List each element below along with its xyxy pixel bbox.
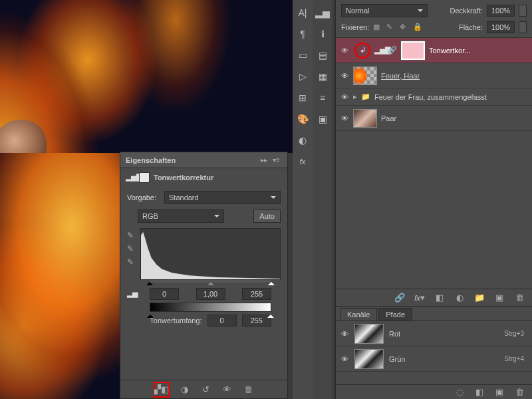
canvas-viewport-lower[interactable]	[0, 153, 120, 399]
input-gamma-handle[interactable]	[207, 279, 214, 285]
visibility-toggle[interactable]: 👁	[340, 114, 349, 122]
clip-to-layer-button[interactable]: ▞◧	[156, 384, 168, 396]
type-tool-icon[interactable]: A|	[295, 5, 310, 20]
channel-thumb[interactable]	[354, 349, 384, 369]
input-gamma-field[interactable]: 1,00	[196, 288, 225, 300]
layer-name[interactable]: Paar	[381, 114, 528, 122]
load-selection-button[interactable]: ◌	[454, 386, 466, 398]
new-group-button[interactable]: 📁	[473, 292, 485, 304]
layer-row[interactable]: 👁 ↲ ▂▅▇ 🔗 Tonwertkor...	[336, 38, 532, 63]
lock-pixels-icon[interactable]: ✎	[386, 23, 396, 32]
mask-thumb-icon[interactable]	[139, 172, 150, 183]
palette-icon[interactable]: 🎨	[295, 112, 310, 126]
fx-icon[interactable]: fx	[295, 154, 310, 169]
layer-mask-thumb[interactable]	[401, 41, 425, 60]
input-white-field[interactable]: 255	[242, 288, 271, 300]
output-gradient[interactable]	[150, 303, 271, 312]
lock-transparent-icon[interactable]: ▩	[373, 23, 382, 32]
blend-mode-select[interactable]: Normal	[341, 4, 428, 17]
link-layers-button[interactable]: 🔗	[394, 292, 406, 304]
output-black-handle[interactable]	[147, 311, 154, 318]
output-white-handle[interactable]	[267, 311, 274, 318]
eyedropper-black-icon[interactable]: ✎	[127, 231, 136, 240]
layer-row[interactable]: 👁 ▸ 📁 Feuer der Frau, zusammengefasst	[336, 88, 532, 106]
collapse-icon[interactable]: ▸▸	[261, 156, 270, 164]
layer-fx-button[interactable]: fx▾	[414, 292, 426, 304]
fill-field[interactable]: 100%	[487, 21, 515, 33]
eyedropper-gray-icon[interactable]: ✎	[127, 244, 136, 253]
preset-select[interactable]: Standard	[164, 191, 281, 204]
layer-name[interactable]: Tonwertkor...	[429, 47, 528, 55]
visibility-toggle[interactable]: 👁	[340, 47, 349, 55]
info-icon[interactable]: ℹ	[315, 27, 330, 41]
paragraph-tool-icon[interactable]: ¶	[295, 27, 310, 41]
new-layer-button[interactable]: ▣	[493, 292, 505, 304]
delete-channel-button[interactable]: 🗑	[513, 386, 525, 398]
lock-all-icon[interactable]: 🔒	[413, 23, 422, 32]
delete-adjustment-button[interactable]: 🗑	[243, 384, 255, 396]
tab-channels[interactable]: Kanäle	[340, 308, 377, 321]
layer-row[interactable]: 👁 Feuer, Haar	[336, 63, 532, 88]
output-black-field[interactable]: 0	[207, 315, 237, 327]
opacity-field[interactable]: 100%	[487, 5, 515, 17]
swatches-icon[interactable]: ⊞	[295, 90, 310, 105]
input-black-handle[interactable]	[146, 279, 153, 285]
properties-panel-header[interactable]: Eigenschaften ▸▸ ▾≡	[120, 152, 287, 168]
input-black-field[interactable]: 0	[150, 288, 179, 300]
input-white-handle[interactable]	[268, 279, 275, 285]
auto-button[interactable]: Auto	[253, 209, 281, 223]
histogram-icon[interactable]: ▂▅	[315, 5, 330, 20]
eyedropper-group: ✎ ✎ ✎	[127, 228, 136, 283]
layers-icon[interactable]: ▤	[315, 48, 330, 63]
save-selection-button[interactable]: ◧	[473, 386, 485, 398]
preset-label: Vorgabe:	[127, 194, 160, 201]
channel-list[interactable]: 👁 Rot Strg+3 👁 Grün Strg+4	[336, 321, 532, 384]
visibility-toggle[interactable]: 👁	[340, 330, 349, 338]
fill-dropdown[interactable]	[519, 21, 527, 33]
channel-row[interactable]: 👁 Rot Strg+3	[336, 321, 532, 346]
new-adjustment-button[interactable]: ◐	[454, 292, 466, 304]
visibility-toggle[interactable]: 👁	[340, 93, 349, 101]
properties-footer: ▞◧ ◑ ↺ 👁 🗑	[120, 380, 287, 398]
new-channel-button[interactable]: ▣	[493, 386, 505, 398]
layer-row[interactable]: 👁 Paar	[336, 106, 532, 131]
reset-button[interactable]: ↺	[200, 384, 212, 396]
panel-menu-icon[interactable]: ▾≡	[273, 156, 282, 164]
channels-icon[interactable]: ▦	[315, 69, 330, 84]
actions-icon[interactable]: ≡	[315, 90, 330, 105]
measure-tool-icon[interactable]: ▭	[295, 48, 310, 63]
link-icon[interactable]: 🔗	[388, 46, 397, 55]
eyedropper-white-icon[interactable]: ✎	[127, 257, 136, 267]
layer-name[interactable]: Feuer der Frau, zusammengefasst	[374, 93, 528, 101]
previous-state-button[interactable]: ◑	[179, 384, 191, 396]
channel-row[interactable]: 👁 Grün Strg+4	[336, 346, 532, 372]
visibility-toggle[interactable]: 👁	[340, 72, 349, 80]
properties-subheader: ▂▅▇ Tonwertkorrektur	[120, 168, 287, 187]
add-mask-button[interactable]: ◧	[434, 292, 446, 304]
histogram[interactable]	[140, 228, 281, 280]
channel-name: Rot	[389, 330, 499, 338]
properties-panel: Eigenschaften ▸▸ ▾≡ ▂▅▇ Tonwertkorrektur…	[120, 152, 288, 399]
properties-panel-title: Eigenschaften	[126, 156, 258, 164]
tab-paths[interactable]: Pfade	[378, 308, 412, 321]
expand-icon[interactable]: ▸	[353, 92, 357, 101]
channel-shortcut: Strg+4	[504, 355, 524, 362]
visibility-toggle[interactable]: 👁	[340, 355, 349, 363]
layer-name[interactable]: Feuer, Haar	[381, 72, 528, 80]
channel-select[interactable]: RGB	[138, 209, 224, 223]
layer-thumb[interactable]	[353, 66, 377, 85]
input-slider[interactable]	[150, 280, 271, 283]
lock-position-icon[interactable]: ✥	[400, 23, 409, 32]
clip-arrow-icon: ↲	[360, 46, 366, 55]
toggle-visibility-button[interactable]: 👁	[221, 384, 233, 396]
opacity-dropdown[interactable]	[519, 5, 527, 17]
play-icon[interactable]: ▷	[295, 69, 310, 84]
canvas-viewport[interactable]	[0, 0, 293, 153]
adjustments-icon[interactable]: ◐	[295, 133, 310, 148]
delete-layer-button[interactable]: 🗑	[513, 292, 525, 304]
channel-thumb[interactable]	[354, 324, 384, 344]
layer-thumb[interactable]	[353, 109, 377, 128]
layer-list[interactable]: 👁 ↲ ▂▅▇ 🔗 Tonwertkor... 👁 Feuer, Haar 👁 …	[336, 38, 532, 289]
navigator-icon[interactable]: ▣	[315, 112, 330, 126]
tool-column-right: ▂▅ ℹ ▤ ▦ ≡ ▣	[313, 0, 332, 399]
